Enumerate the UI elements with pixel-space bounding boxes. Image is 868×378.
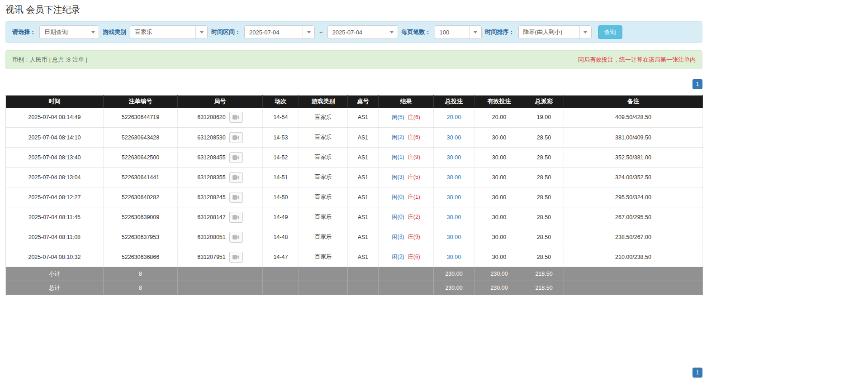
view-video-button[interactable] bbox=[229, 212, 243, 223]
page-size-select[interactable]: 100 bbox=[435, 25, 482, 39]
result-player: 闲(1) bbox=[392, 154, 404, 160]
subtotal-valid-bet: 230.00 bbox=[474, 267, 524, 281]
cell-table-no: AS1 bbox=[348, 108, 379, 128]
cell-remark: 352.50/381.00 bbox=[564, 148, 703, 167]
cell-valid-bet: 20.00 bbox=[474, 108, 524, 128]
column-header: 时间 bbox=[6, 96, 104, 108]
total-bet-link[interactable]: 30.00 bbox=[447, 214, 461, 220]
result-player: 闲(2) bbox=[392, 134, 404, 140]
sort-order-select[interactable]: 降幂(由大到小) bbox=[518, 25, 592, 39]
cell-valid-bet: 30.00 bbox=[474, 227, 524, 247]
cell-total-bet: 30.00 bbox=[434, 207, 474, 227]
column-header: 有效投注 bbox=[474, 96, 524, 108]
cell-total-bet: 20.00 bbox=[434, 108, 474, 128]
video-icon bbox=[232, 135, 240, 140]
view-video-button[interactable] bbox=[229, 192, 243, 203]
view-video-button[interactable] bbox=[229, 252, 243, 263]
cell-time: 2025-07-04 08:10:32 bbox=[6, 247, 104, 267]
total-count: 8 bbox=[104, 281, 178, 295]
video-icon bbox=[232, 215, 240, 220]
cell-remark: 409.50/428.50 bbox=[564, 108, 703, 128]
cell-game-type: 百家乐 bbox=[299, 227, 348, 247]
view-video-button[interactable] bbox=[229, 132, 243, 143]
result-player: 闲(2) bbox=[392, 254, 404, 260]
total-bet-link[interactable]: 30.00 bbox=[447, 134, 461, 141]
total-bet-link[interactable]: 30.00 bbox=[447, 234, 461, 240]
date-from-select[interactable]: 2025-07-04 bbox=[244, 25, 315, 39]
video-icon bbox=[232, 115, 240, 120]
cell-remark: 324.00/352.50 bbox=[564, 167, 703, 187]
table-row: 2025-07-04 08:13:04 522630641441 6312083… bbox=[6, 167, 703, 187]
cell-game-type: 百家乐 bbox=[299, 128, 348, 148]
cell-payout: 19.00 bbox=[524, 108, 564, 128]
cell-session: 14-49 bbox=[263, 207, 299, 227]
pagination-top: 1 bbox=[5, 79, 702, 89]
summary-bar: 币别：人民币 | 总共 :8 注单 | 同局有效投注，统一计算在该局第一张注单内 bbox=[5, 50, 702, 69]
cell-round-id: 631208530 bbox=[178, 128, 263, 148]
result-player: 闲(0) bbox=[392, 214, 404, 220]
table-header-row: 时间注单编号局号场次游戏类别桌号结果总投注有效投注总派彩备注 bbox=[6, 96, 703, 108]
table-row: 2025-07-04 08:13:40 522630642500 6312084… bbox=[6, 148, 703, 167]
cell-time: 2025-07-04 08:11:45 bbox=[6, 207, 104, 227]
game-type-select[interactable]: 百家乐 bbox=[130, 25, 208, 39]
cell-table-no: AS1 bbox=[348, 207, 379, 227]
cell-total-bet: 30.00 bbox=[434, 128, 474, 148]
total-empty bbox=[263, 281, 299, 295]
table-row: 2025-07-04 08:14:10 522630643428 6312085… bbox=[6, 128, 703, 148]
total-bet-link[interactable]: 20.00 bbox=[447, 114, 461, 120]
cell-game-type: 百家乐 bbox=[299, 187, 348, 207]
total-empty bbox=[299, 281, 348, 295]
search-button[interactable]: 查询 bbox=[598, 25, 622, 39]
cell-remark: 238.50/267.00 bbox=[564, 227, 703, 247]
cell-bet-id: 522630643428 bbox=[104, 128, 178, 148]
cell-round-id: 631208245 bbox=[178, 187, 263, 207]
cell-round-id: 631208355 bbox=[178, 167, 263, 187]
subtotal-empty bbox=[564, 267, 703, 281]
cell-table-no: AS1 bbox=[348, 128, 379, 148]
round-id-text: 631208620 bbox=[197, 114, 226, 120]
cell-session: 14-51 bbox=[263, 167, 299, 187]
cell-payout: 28.50 bbox=[524, 187, 564, 207]
cell-bet-id: 522630639009 bbox=[104, 207, 178, 227]
cell-time: 2025-07-04 08:13:04 bbox=[6, 167, 104, 187]
date-from-value: 2025-07-04 bbox=[245, 26, 303, 38]
total-bet-link[interactable]: 30.00 bbox=[447, 174, 461, 181]
column-header: 桌号 bbox=[348, 96, 379, 108]
sort-order-label: 时间排序： bbox=[485, 28, 515, 36]
cell-table-no: AS1 bbox=[348, 227, 379, 247]
total-bet-link[interactable]: 30.00 bbox=[447, 194, 461, 201]
video-icon bbox=[232, 195, 240, 200]
date-to-value: 2025-07-04 bbox=[328, 26, 386, 38]
cell-session: 14-53 bbox=[263, 128, 299, 148]
cell-session: 14-47 bbox=[263, 247, 299, 267]
cell-valid-bet: 30.00 bbox=[474, 207, 524, 227]
cell-valid-bet: 30.00 bbox=[474, 187, 524, 207]
date-to-select[interactable]: 2025-07-04 bbox=[327, 25, 398, 39]
subtotal-row: 小计 8 230.00 230.00 218.50 bbox=[6, 267, 703, 281]
result-banker: 庄(6) bbox=[408, 254, 420, 260]
total-valid-bet: 230.00 bbox=[474, 281, 524, 295]
subtotal-empty bbox=[348, 267, 379, 281]
pagination-bottom: 1 bbox=[5, 368, 702, 378]
time-range-label: 时间区间： bbox=[211, 28, 241, 36]
view-video-button[interactable] bbox=[229, 112, 243, 123]
video-icon bbox=[232, 155, 240, 160]
cell-result: 闲(1) 庄(9) bbox=[379, 148, 434, 167]
cell-payout: 28.50 bbox=[524, 128, 564, 148]
cell-game-type: 百家乐 bbox=[299, 167, 348, 187]
round-id-text: 631208147 bbox=[197, 214, 226, 220]
view-video-button[interactable] bbox=[229, 172, 243, 183]
page-1-button[interactable]: 1 bbox=[693, 368, 702, 378]
query-type-select[interactable]: 日期查询 bbox=[39, 25, 99, 39]
page-1-button[interactable]: 1 bbox=[693, 79, 702, 89]
view-video-button[interactable] bbox=[229, 152, 243, 163]
view-video-button[interactable] bbox=[229, 232, 243, 243]
cell-payout: 28.50 bbox=[524, 207, 564, 227]
column-header: 游戏类别 bbox=[299, 96, 348, 108]
cell-time: 2025-07-04 08:12:27 bbox=[6, 187, 104, 207]
round-id-text: 631208455 bbox=[197, 154, 226, 161]
total-bet-link[interactable]: 30.00 bbox=[447, 254, 461, 260]
total-bet-link[interactable]: 30.00 bbox=[447, 154, 461, 161]
result-banker: 庄(9) bbox=[408, 234, 420, 240]
cell-result: 闲(0) 庄(1) bbox=[379, 187, 434, 207]
